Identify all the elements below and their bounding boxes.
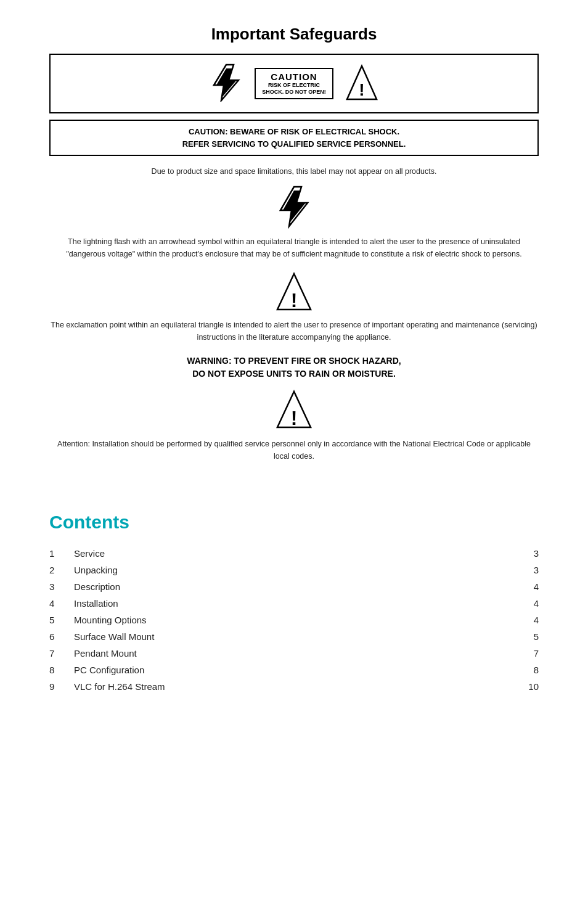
svg-marker-5 [283,191,305,223]
toc-table: 1Service32Unpacking33Description44Instal… [49,545,539,695]
label-note: Due to product size and space limitation… [49,167,539,176]
toc-label: Pendant Mount [74,645,508,662]
toc-label: PC Configuration [74,662,508,678]
toc-row: 1Service3 [49,545,539,562]
toc-label: Service [74,545,508,562]
svg-text:!: ! [359,80,364,99]
toc-page: 3 [508,545,539,562]
warning-text: WARNING: TO PREVENT FIRE OR SHOCK HAZARD… [49,355,539,380]
exclaim-icon-right: ! [346,64,378,104]
toc-num: 6 [49,628,74,645]
svg-text:!: ! [291,289,298,311]
toc-label: Installation [74,595,508,612]
caution-sub: RISK OF ELECTRICSHOCK. DO NOT OPEN! [262,82,326,96]
shock-warning-line1: CAUTION: BEWARE OF RISK OF ELECTRICAL SH… [63,126,525,138]
toc-label: Mounting Options [74,612,508,628]
lightning-description: The lightning flash with an arrowhead sy… [49,236,539,260]
svg-marker-1 [216,68,236,97]
toc-num: 7 [49,645,74,662]
toc-row: 2Unpacking3 [49,562,539,578]
exclaim-center-icon: ! [49,271,539,314]
caution-word: CAUTION [262,72,326,82]
toc-page: 4 [508,595,539,612]
exclaim-center-icon-2: ! [49,389,539,432]
toc-num: 8 [49,662,74,678]
toc-page: 4 [508,578,539,595]
toc-row: 6Surface Wall Mount5 [49,628,539,645]
toc-page: 7 [508,645,539,662]
toc-row: 8PC Configuration8 [49,662,539,678]
toc-num: 3 [49,578,74,595]
attention-text: Attention: Installation should be perfor… [49,438,539,462]
toc-row: 3Description4 [49,578,539,595]
contents-title: Contents [49,512,539,533]
toc-page: 3 [508,562,539,578]
contents-section: Contents 1Service32Unpacking33Descriptio… [49,512,539,695]
toc-num: 4 [49,595,74,612]
toc-page: 5 [508,628,539,645]
toc-label: VLC for H.264 Stream [74,678,508,695]
toc-num: 1 [49,545,74,562]
toc-label: Description [74,578,508,595]
caution-label: CAUTION RISK OF ELECTRICSHOCK. DO NOT OP… [255,68,333,99]
toc-row: 5Mounting Options4 [49,612,539,628]
toc-page: 8 [508,662,539,678]
toc-label: Unpacking [74,562,508,578]
exclaim-description: The exclamation point within an equilate… [49,319,539,343]
toc-row: 9VLC for H.264 Stream10 [49,678,539,695]
toc-num: 5 [49,612,74,628]
lightning-center-icon [49,184,539,231]
caution-box: CAUTION RISK OF ELECTRICSHOCK. DO NOT OP… [49,54,539,113]
svg-text:!: ! [291,407,298,429]
shock-warning-box: CAUTION: BEWARE OF RISK OF ELECTRICAL SH… [49,120,539,156]
toc-row: 7Pendant Mount7 [49,645,539,662]
toc-page: 10 [508,678,539,695]
shock-warning-line2: REFER SERVICING TO QUALIFIED SERVICE PER… [63,138,525,150]
toc-label: Surface Wall Mount [74,628,508,645]
toc-page: 4 [508,612,539,628]
lightning-icon-left [210,64,242,104]
toc-num: 9 [49,678,74,695]
toc-num: 2 [49,562,74,578]
safeguards-title: Important Safeguards [49,25,539,44]
page: Important Safeguards CAUTION RISK OF ELE… [0,0,588,915]
toc-row: 4Installation4 [49,595,539,612]
